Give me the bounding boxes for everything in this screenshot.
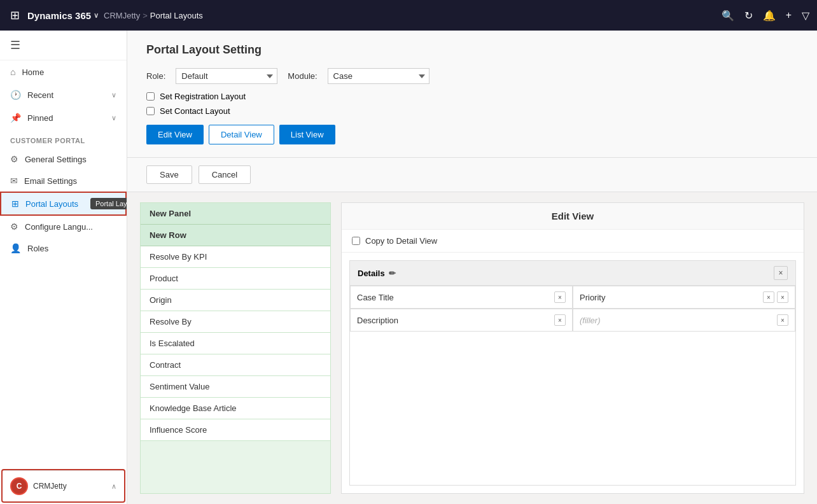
filter-icon[interactable]: ▽: [802, 10, 809, 22]
set-contact-checkbox[interactable]: [146, 107, 155, 115]
edit-toolbar: Save Cancel: [127, 158, 817, 192]
recent-chevron-icon: ∨: [111, 91, 116, 99]
new-row-item[interactable]: New Row: [141, 225, 330, 246]
details-grid: Case Title × Priority × × Description ×: [350, 286, 795, 332]
setting-title: Portal Layout Setting: [146, 43, 798, 57]
copy-to-detail-checkbox[interactable]: [352, 237, 360, 245]
setting-section: Portal Layout Setting Role: Default Modu…: [127, 31, 817, 158]
case-title-text: Case Title: [357, 293, 554, 302]
sidebar-footer-chevron-icon: ∧: [111, 482, 116, 491]
sidebar-email-settings-label: Email Settings: [24, 176, 77, 186]
influence-score-item[interactable]: Influence Score: [141, 419, 330, 441]
cancel-button[interactable]: Cancel: [199, 165, 251, 184]
waffle-icon[interactable]: ⊞: [8, 6, 22, 25]
sidebar-item-portal-layouts[interactable]: ⊞ Portal Layouts Portal Layouts: [0, 192, 127, 216]
resolve-by-kpi-item[interactable]: Resolve By KPI: [141, 246, 330, 268]
portal-layouts-tooltip: Portal Layouts: [90, 198, 127, 209]
sidebar-section-label: Customer Portal: [0, 129, 127, 148]
sidebar-pinned-label: Pinned: [27, 113, 53, 123]
copy-to-detail-row: Copy to Detail View: [342, 230, 804, 253]
avatar: C: [10, 477, 28, 495]
email-settings-icon: ✉: [10, 176, 18, 186]
role-row: Role: Default Module: Case: [146, 68, 798, 84]
view-buttons-row: Edit View Detail View List View: [146, 125, 798, 144]
sidebar-recent-label: Recent: [27, 90, 53, 100]
sidebar-item-general-settings[interactable]: ⚙ General Settings: [0, 148, 127, 170]
sidebar-item-roles[interactable]: 👤 Roles: [0, 237, 127, 259]
details-section: Details ✏ × Case Title × Priority: [349, 260, 796, 486]
plus-icon[interactable]: +: [786, 10, 792, 21]
filler-close-button[interactable]: ×: [777, 314, 788, 326]
sidebar-roles-label: Roles: [27, 244, 48, 253]
breadcrumb-crmjetty: CRMJetty: [104, 11, 140, 20]
breadcrumb-current: Portal Layouts: [150, 11, 203, 20]
edit-view-button[interactable]: Edit View: [146, 125, 204, 144]
sidebar-general-settings-label: General Settings: [25, 155, 87, 164]
brand-chevron-icon: ∨: [94, 11, 99, 20]
set-registration-label: Set Registration Layout: [160, 92, 246, 101]
recent-icon: 🕐: [10, 90, 21, 100]
details-header-left: Details ✏: [358, 269, 396, 278]
priority-close-button[interactable]: ×: [763, 291, 774, 303]
fields-panel-inner: New Panel New Row Resolve By KPI Product…: [141, 203, 330, 493]
sidebar-item-pinned[interactable]: 📌 Pinned ∨: [0, 106, 127, 129]
configure-language-icon: ⚙: [10, 221, 18, 232]
edit-view-title: Edit View: [342, 203, 804, 230]
detail-view-button[interactable]: Detail View: [209, 125, 274, 144]
breadcrumb-separator: >: [143, 11, 148, 20]
contract-item[interactable]: Contract: [141, 354, 330, 376]
case-title-close-button[interactable]: ×: [554, 291, 566, 303]
breadcrumb: CRMJetty > Portal Layouts: [104, 11, 203, 20]
set-registration-checkbox[interactable]: [146, 92, 155, 101]
edit-view-panel: Edit View Copy to Detail View Details ✏ …: [341, 202, 804, 494]
role-select[interactable]: Default: [176, 68, 277, 84]
sidebar-footer[interactable]: C CRMJetty ∧: [3, 470, 124, 501]
sidebar-portal-layouts-label: Portal Layouts: [25, 199, 78, 209]
bell-icon[interactable]: 🔔: [763, 10, 776, 22]
home-icon: ⌂: [10, 67, 15, 77]
priority-cell[interactable]: Priority × ×: [573, 286, 795, 309]
description-close-button[interactable]: ×: [554, 314, 566, 326]
top-nav: ⊞ Dynamics 365 ∨ CRMJetty > Portal Layou…: [0, 0, 817, 31]
pinned-chevron-icon: ∨: [111, 114, 116, 122]
sidebar-footer-name: CRMJetty: [33, 482, 106, 491]
list-view-button[interactable]: List View: [279, 125, 335, 144]
origin-item[interactable]: Origin: [141, 290, 330, 311]
two-col-layout: New Panel New Row Resolve By KPI Product…: [127, 192, 817, 504]
module-label: Module:: [288, 71, 317, 81]
filler-text: (filler): [580, 316, 777, 325]
sidebar-hamburger-icon[interactable]: ☰: [0, 31, 127, 60]
details-edit-icon[interactable]: ✏: [389, 269, 396, 278]
sidebar-item-home[interactable]: ⌂ Home: [0, 60, 127, 83]
sidebar-item-recent[interactable]: 🕐 Recent ∨: [0, 83, 127, 106]
sidebar-item-email-settings[interactable]: ✉ Email Settings: [0, 170, 127, 192]
brand-name[interactable]: Dynamics 365 ∨: [27, 10, 99, 21]
general-settings-icon: ⚙: [10, 154, 18, 164]
details-label: Details: [358, 269, 385, 278]
module-select[interactable]: Case: [328, 68, 429, 84]
set-registration-row: Set Registration Layout: [146, 92, 798, 101]
details-close-button[interactable]: ×: [774, 266, 788, 280]
refresh-icon[interactable]: ↻: [744, 10, 753, 22]
product-item[interactable]: Product: [141, 268, 330, 290]
pinned-icon: 📌: [10, 113, 21, 123]
sidebar-configure-language-label: Configure Langu...: [25, 222, 93, 232]
search-icon[interactable]: 🔍: [722, 10, 734, 22]
description-text: Description: [357, 316, 554, 325]
sidebar-home-label: Home: [22, 67, 44, 77]
filler-cell[interactable]: (filler) ×: [573, 309, 795, 332]
top-nav-actions: 🔍 ↻ 🔔 + ▽: [722, 10, 809, 22]
is-escalated-item[interactable]: Is Escalated: [141, 333, 330, 354]
description-cell[interactable]: Description ×: [350, 309, 573, 332]
set-contact-label: Set Contact Layout: [160, 106, 230, 116]
roles-icon: 👤: [10, 243, 21, 253]
priority-row-close-button[interactable]: ×: [777, 291, 788, 303]
knowledge-base-article-item[interactable]: Knowledge Base Article: [141, 398, 330, 419]
sidebar-item-configure-language[interactable]: ⚙ Configure Langu...: [0, 216, 127, 237]
save-button[interactable]: Save: [146, 165, 192, 184]
resolve-by-item[interactable]: Resolve By: [141, 311, 330, 333]
case-title-cell[interactable]: Case Title ×: [350, 286, 573, 309]
new-panel-item[interactable]: New Panel: [141, 203, 330, 225]
sentiment-value-item[interactable]: Sentiment Value: [141, 376, 330, 398]
details-header: Details ✏ ×: [350, 261, 795, 286]
